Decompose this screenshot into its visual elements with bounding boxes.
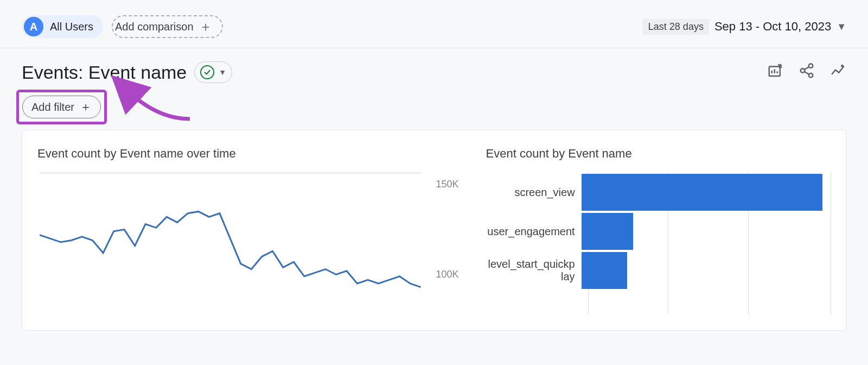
add-filter-button[interactable]: Add filter ＋: [22, 96, 101, 118]
bar: [582, 252, 627, 289]
date-range-text: Sep 13 - Oct 10, 2023: [714, 20, 831, 34]
chevron-down-icon: ▼: [219, 68, 226, 77]
bar-label: user_engagement: [486, 225, 582, 238]
svg-point-5: [801, 68, 805, 73]
add-filter-highlight: Add filter ＋: [16, 90, 107, 124]
filter-row: Add filter ＋: [0, 86, 868, 130]
line-chart-column: Event count by Event name over time 150K…: [37, 147, 459, 314]
segment-label: All Users: [50, 21, 93, 33]
bar-chart-column: Event count by Event name screen_viewuse…: [464, 147, 831, 314]
chevron-down-icon: ▼: [837, 21, 846, 33]
page-title: Events: Event name: [22, 62, 187, 83]
status-dropdown[interactable]: ▼: [194, 61, 232, 83]
add-filter-label: Add filter: [31, 101, 74, 114]
check-circle-icon: [200, 65, 214, 79]
bar-label: level_start_quickplay: [486, 258, 582, 283]
bar-row: user_engagement: [486, 212, 831, 251]
content-area: Event count by Event name over time 150K…: [0, 130, 868, 353]
svg-line-7: [805, 67, 809, 70]
insights-icon[interactable]: [830, 62, 846, 83]
add-comparison-label: Add comparison: [115, 21, 194, 33]
line-chart-title: Event count by Event name over time: [37, 147, 459, 161]
bar-row: screen_view: [486, 173, 831, 212]
line-chart[interactable]: 150K 100K: [40, 173, 459, 314]
customize-report-icon[interactable]: [767, 62, 783, 83]
annotation-arrow-icon: [119, 81, 206, 135]
svg-line-8: [805, 71, 809, 74]
bar-chart-title: Event count by Event name: [486, 147, 831, 161]
add-comparison-button[interactable]: Add comparison ＋: [112, 15, 223, 38]
segment-chip-all-users[interactable]: A All Users: [22, 15, 103, 38]
bar: [582, 174, 822, 211]
date-scope-badge: Last 28 days: [643, 19, 709, 35]
svg-point-4: [809, 64, 813, 68]
bar-chart-rows: screen_viewuser_engagementlevel_start_qu…: [486, 173, 831, 290]
y-tick-label: 150K: [433, 178, 459, 190]
svg-point-6: [809, 73, 813, 78]
plus-icon: ＋: [80, 99, 92, 115]
y-tick-label: 100K: [433, 269, 459, 280]
top-bar: A All Users Add comparison ＋ Last 28 day…: [0, 0, 868, 48]
bar-chart[interactable]: screen_viewuser_engagementlevel_start_qu…: [486, 173, 831, 314]
share-icon[interactable]: [799, 62, 815, 83]
segment-badge: A: [24, 17, 43, 36]
date-range-picker[interactable]: Last 28 days Sep 13 - Oct 10, 2023 ▼: [643, 19, 846, 35]
bar-label: screen_view: [486, 186, 582, 199]
chart-panel: Event count by Event name over time 150K…: [22, 130, 846, 331]
header-actions: [767, 62, 846, 83]
bar-row: level_start_quickplay: [486, 251, 831, 290]
line-chart-svg: [40, 173, 421, 314]
plus-icon: ＋: [199, 18, 212, 35]
bar: [582, 213, 633, 250]
